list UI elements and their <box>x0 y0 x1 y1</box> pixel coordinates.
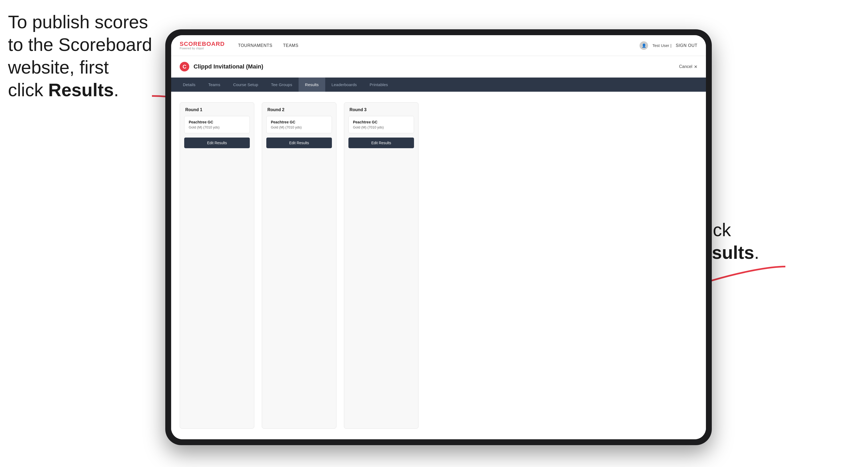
tournament-name: Clippd Invitational (Main) <box>193 63 679 70</box>
tournament-icon: C <box>180 62 189 71</box>
instruction-left: To publish scores to the Scoreboard webs… <box>8 11 157 101</box>
course-detail-1: Gold (M) (7010 yds) <box>189 125 245 129</box>
tab-results[interactable]: Results <box>299 77 325 92</box>
course-detail-3: Gold (M) (7010 yds) <box>353 125 409 129</box>
user-icon: 👤 <box>640 41 648 50</box>
round-card-2: Round 2 Peachtree GC Gold (M) (7010 yds)… <box>262 102 336 429</box>
instruction-line4-bold: Results <box>48 80 114 100</box>
edit-results-button-3[interactable]: Edit Results <box>348 137 414 148</box>
logo-sub: Powered by clippd <box>180 47 225 50</box>
logo-text: SCOREBOARD <box>180 41 225 47</box>
instruction-line3: website, first <box>8 57 109 77</box>
tab-details[interactable]: Details <box>177 77 202 92</box>
cancel-button[interactable]: Cancel ✕ <box>679 64 698 69</box>
round-card-1: Round 1 Peachtree GC Gold (M) (7010 yds)… <box>180 102 254 429</box>
user-label: Test User | <box>652 43 671 48</box>
sign-out-button[interactable]: Sign out <box>676 41 698 50</box>
tab-printables[interactable]: Printables <box>363 77 395 92</box>
tab-tee-groups[interactable]: Tee Groups <box>265 77 299 92</box>
course-name-3: Peachtree GC <box>353 120 409 124</box>
edit-results-button-1[interactable]: Edit Results <box>184 137 250 148</box>
rounds-container: Round 1 Peachtree GC Gold (M) (7010 yds)… <box>171 92 706 439</box>
instruction-line4-suffix: . <box>114 80 119 100</box>
round-title-3: Round 3 <box>344 103 418 116</box>
content-area: C Clippd Invitational (Main) Cancel ✕ De… <box>171 56 706 439</box>
round-course-card-1: Peachtree GC Gold (M) (7010 yds) <box>184 116 250 133</box>
tournament-header: C Clippd Invitational (Main) Cancel ✕ <box>171 56 706 77</box>
nav-tournaments[interactable]: TOURNAMENTS <box>238 41 273 50</box>
tab-leaderboards[interactable]: Leaderboards <box>325 77 363 92</box>
logo-score: SCORE <box>180 40 202 47</box>
tablet-screen: SCOREBOARD Powered by clippd TOURNAMENTS… <box>171 35 706 439</box>
nav-links: TOURNAMENTS TEAMS <box>238 41 640 50</box>
nav-right: 👤 Test User | Sign out <box>640 41 698 50</box>
close-icon: ✕ <box>694 64 698 69</box>
top-nav: SCOREBOARD Powered by clippd TOURNAMENTS… <box>171 35 706 56</box>
instruction-right-line2-suffix: . <box>754 242 759 262</box>
instruction-line4-prefix: click <box>8 80 48 100</box>
tab-course-setup[interactable]: Course Setup <box>226 77 265 92</box>
instruction-line1: To publish scores <box>8 12 148 32</box>
logo-board: BOARD <box>202 40 225 47</box>
tab-teams[interactable]: Teams <box>202 77 226 92</box>
round-title-2: Round 2 <box>262 103 336 116</box>
round-course-card-2: Peachtree GC Gold (M) (7010 yds) <box>266 116 332 133</box>
round-course-card-3: Peachtree GC Gold (M) (7010 yds) <box>348 116 414 133</box>
tablet-device: SCOREBOARD Powered by clippd TOURNAMENTS… <box>165 29 712 445</box>
round-title-1: Round 1 <box>180 103 254 116</box>
tab-nav: Details Teams Course Setup Tee Groups Re… <box>171 77 706 92</box>
logo-area: SCOREBOARD Powered by clippd <box>180 41 225 50</box>
nav-teams[interactable]: TEAMS <box>283 41 299 50</box>
tournament-icon-letter: C <box>183 64 186 70</box>
course-name-1: Peachtree GC <box>189 120 245 124</box>
course-detail-2: Gold (M) (7010 yds) <box>271 125 328 129</box>
cancel-label: Cancel <box>679 64 692 69</box>
edit-results-button-2[interactable]: Edit Results <box>266 137 332 148</box>
instruction-line2: to the Scoreboard <box>8 34 152 55</box>
course-name-2: Peachtree GC <box>271 120 328 124</box>
round-card-3: Round 3 Peachtree GC Gold (M) (7010 yds)… <box>344 102 418 429</box>
